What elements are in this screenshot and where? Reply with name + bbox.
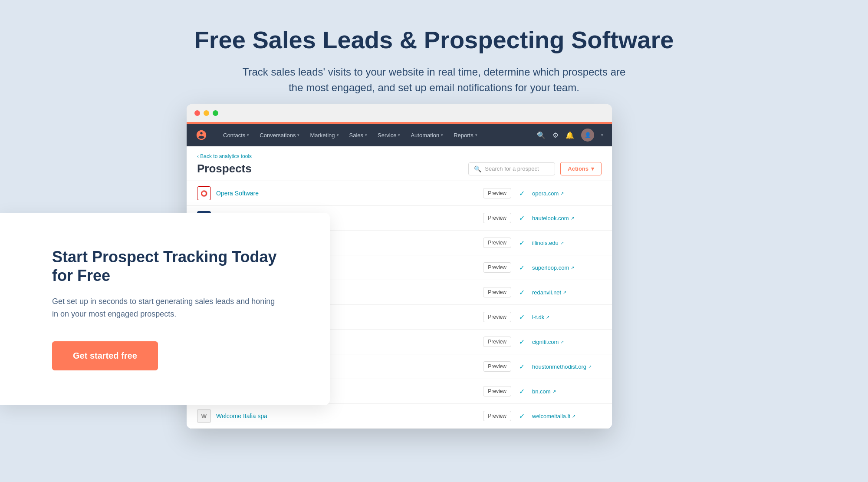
check-mark: ✓: [516, 288, 527, 297]
check-mark: ✓: [516, 313, 527, 321]
check-mark: ✓: [516, 412, 527, 420]
external-link-icon: ↗: [560, 191, 564, 196]
hero-title: Free Sales Leads & Prospecting Software: [87, 26, 781, 54]
external-link-icon: ↗: [560, 340, 564, 344]
prospect-url[interactable]: illinois.edu ↗: [532, 240, 602, 246]
check-mark: ✓: [516, 264, 527, 272]
external-link-icon: ↗: [571, 265, 574, 270]
check-mark: ✓: [516, 363, 527, 371]
external-link-icon: ↗: [552, 389, 556, 394]
cta-button[interactable]: Get started free: [52, 341, 158, 370]
chevron-down-icon: ▾: [297, 133, 299, 137]
prospect-url[interactable]: i-t.dk ↗: [532, 314, 602, 320]
preview-button[interactable]: Preview: [483, 213, 511, 223]
preview-button[interactable]: Preview: [483, 386, 511, 396]
gear-icon[interactable]: ⚙: [552, 131, 559, 139]
nav-automation[interactable]: Automation ▾: [405, 124, 448, 146]
search-icon[interactable]: 🔍: [537, 131, 546, 139]
external-link-icon: ↗: [563, 290, 566, 295]
minimize-dot: [204, 110, 209, 116]
table-row: WWelcome Italia spaPreview✓welcomeitalia…: [187, 404, 612, 429]
check-mark: ✓: [516, 387, 527, 396]
nav-items: Contacts ▾ Conversations ▾ Marketing ▾ S…: [218, 124, 537, 146]
check-mark: ✓: [516, 189, 527, 198]
search-prospect-input[interactable]: 🔍 Search for a prospect: [468, 162, 555, 175]
nav-conversations[interactable]: Conversations ▾: [254, 124, 305, 146]
breadcrumb[interactable]: Back to analytics tools: [197, 153, 602, 159]
external-link-icon: ↗: [588, 364, 592, 369]
nav-icons: 🔍 ⚙ 🔔 👤 ▾: [537, 129, 603, 142]
preview-button[interactable]: Preview: [483, 361, 511, 372]
hero-section: Free Sales Leads & Prospecting Software …: [0, 0, 868, 113]
chevron-down-icon: ▾: [475, 133, 477, 137]
page-header: Back to analytics tools Prospects 🔍 Sear…: [187, 146, 612, 181]
prospect-url[interactable]: superloop.com ↗: [532, 264, 602, 271]
avatar-chevron-icon: ▾: [601, 133, 603, 137]
hubspot-logo[interactable]: [195, 129, 207, 141]
close-dot: [194, 110, 200, 116]
prospect-logo: ⭕: [197, 186, 211, 200]
check-mark: ✓: [516, 239, 527, 247]
chevron-down-icon: ▾: [337, 133, 339, 137]
chevron-down-icon: ▾: [398, 133, 400, 137]
hero-subtitle: Track sales leads' visits to your websit…: [239, 64, 629, 96]
avatar[interactable]: 👤: [581, 129, 594, 142]
prospect-url[interactable]: cigniti.com ↗: [532, 339, 602, 345]
preview-button[interactable]: Preview: [483, 287, 511, 297]
chevron-down-icon: ▾: [365, 133, 367, 137]
external-link-icon: ↗: [560, 241, 564, 245]
table-row: ⭕Opera SoftwarePreview✓opera.com ↗: [187, 181, 612, 206]
preview-button[interactable]: Preview: [483, 337, 511, 347]
preview-button[interactable]: Preview: [483, 312, 511, 322]
chevron-down-icon: ▾: [591, 165, 594, 172]
preview-button[interactable]: Preview: [483, 188, 511, 198]
preview-button[interactable]: Preview: [483, 411, 511, 421]
nav-reports[interactable]: Reports ▾: [448, 124, 483, 146]
page-title: Prospects: [197, 162, 252, 175]
prospect-name[interactable]: Opera Software: [216, 190, 478, 197]
panel-subtitle: Get set up in seconds to start generatin…: [52, 295, 278, 320]
prospect-url[interactable]: redanvil.net ↗: [532, 289, 602, 296]
maximize-dot: [213, 110, 218, 116]
actions-button[interactable]: Actions ▾: [560, 162, 602, 175]
preview-button[interactable]: Preview: [483, 238, 511, 248]
prospect-logo: W: [197, 409, 211, 423]
preview-button[interactable]: Preview: [483, 262, 511, 273]
prospect-url[interactable]: opera.com ↗: [532, 190, 602, 197]
prospect-url[interactable]: hautelook.com ↗: [532, 215, 602, 221]
browser-titlebar: [187, 104, 612, 122]
page-title-row: Prospects 🔍 Search for a prospect Action…: [197, 162, 602, 175]
chevron-down-icon: ▾: [441, 133, 443, 137]
external-link-icon: ↗: [546, 315, 549, 320]
external-link-icon: ↗: [571, 216, 574, 221]
prospect-url[interactable]: bn.com ↗: [532, 388, 602, 395]
panel-title: Start Prospect Tracking Today for Free: [52, 248, 295, 285]
external-link-icon: ↗: [572, 414, 575, 419]
navbar: Contacts ▾ Conversations ▾ Marketing ▾ S…: [187, 124, 612, 146]
bell-icon[interactable]: 🔔: [566, 131, 574, 139]
nav-service[interactable]: Service ▾: [372, 124, 405, 146]
search-icon: 🔍: [474, 165, 481, 172]
nav-sales[interactable]: Sales ▾: [344, 124, 373, 146]
prospect-url[interactable]: welcomeitalia.it ↗: [532, 413, 602, 419]
search-placeholder-text: Search for a prospect: [485, 165, 539, 172]
chevron-down-icon: ▾: [247, 133, 249, 137]
prospect-name[interactable]: Welcome Italia spa: [216, 413, 478, 419]
check-mark: ✓: [516, 338, 527, 346]
left-panel: Start Prospect Tracking Today for Free G…: [0, 213, 330, 405]
nav-contacts[interactable]: Contacts ▾: [218, 124, 254, 146]
page-actions: 🔍 Search for a prospect Actions ▾: [468, 162, 602, 175]
nav-marketing[interactable]: Marketing ▾: [305, 124, 344, 146]
check-mark: ✓: [516, 214, 527, 222]
prospect-url[interactable]: houstonmethodist.org ↗: [532, 363, 602, 370]
